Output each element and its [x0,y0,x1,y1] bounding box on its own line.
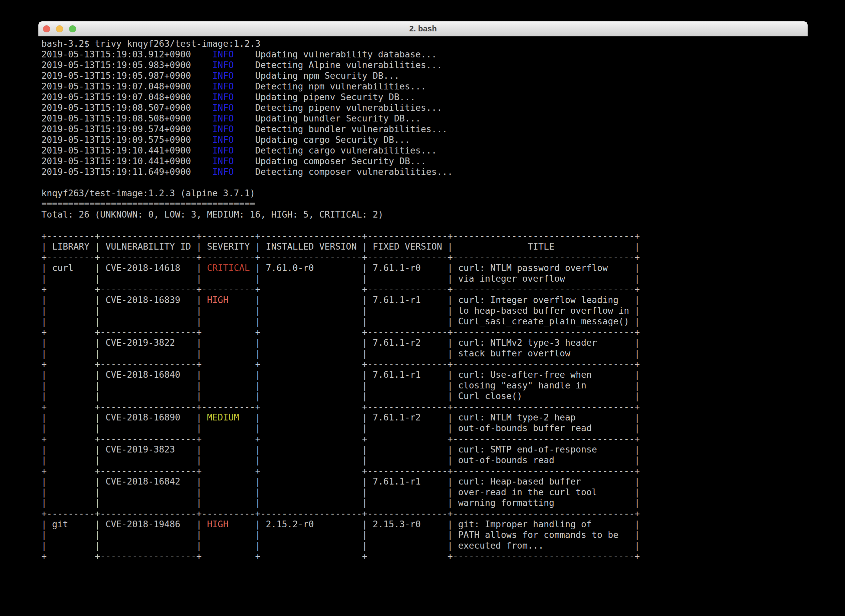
terminal-line: Total: 26 (UNKNOWN: 0, LOW: 3, MEDIUM: 1… [41,209,808,220]
terminal-text: + +------------------+----------+ +-----… [41,402,640,412]
terminal-text: 2019-05-13T15:19:09.574+0900 [41,124,212,134]
terminal-line: +---------+------------------+----------… [41,252,808,263]
terminal-text: | | | | | | PATH allows for commands to … [41,529,640,540]
critical-text: CRITICAL [207,263,249,273]
window-title: 2. bash [38,21,808,36]
terminal-text: Updating npm Security DB... [233,70,399,81]
terminal-text: +---------+------------------+----------… [41,508,640,519]
terminal-text: 2019-05-13T15:19:07.048+0900 [41,81,212,91]
terminal-text: Total: 26 (UNKNOWN: 0, LOW: 3, MEDIUM: 1… [41,209,383,220]
terminal-line: | | CVE-2019-3822 | | | 7.61.1-r2 | curl… [41,337,808,348]
terminal-line: | | | | | | over-read in the curl tool | [41,487,808,497]
terminal-text: 2019-05-13T15:19:07.048+0900 [41,92,212,102]
terminal-line: | | | | | | closing "easy" handle in | [41,380,808,391]
info-text: INFO [212,70,233,81]
terminal-line: 2019-05-13T15:19:11.649+0900 INFO Detect… [41,167,808,177]
terminal-line: | | CVE-2018-16890 | MEDIUM | | 7.61.1-r… [41,412,808,423]
terminal-line: knqyf263/test-image:1.2.3 (alpine 3.7.1) [41,188,808,198]
terminal-text: ======================================== [41,198,255,209]
title-bar[interactable]: 2. bash [38,21,808,37]
terminal-text: + +------------------+ + + +------------… [41,551,640,561]
terminal-line: 2019-05-13T15:19:05.983+0900 INFO Detect… [41,60,808,70]
terminal-text: | curl | CVE-2018-14618 | [41,263,207,273]
terminal-line: | | | | | | warning formatting | [41,497,808,508]
terminal-text: | | CVE-2018-16839 | [41,295,207,305]
terminal-line: | | | | | | Curl_sasl_create_plain_messa… [41,316,808,327]
terminal-line: | | | | | | Curl_close() | [41,391,808,402]
terminal-line: | | | | | | to heap-based buffer overflo… [41,305,808,316]
terminal-line: +---------+------------------+----------… [41,230,808,241]
terminal-line: 2019-05-13T15:19:10.441+0900 INFO Detect… [41,145,808,156]
terminal-line: + +------------------+ + +--------------… [41,327,808,337]
info-text: INFO [212,135,233,145]
terminal-text: 2019-05-13T15:19:03.912+0900 [41,49,212,59]
terminal-line: 2019-05-13T15:19:09.574+0900 INFO Detect… [41,124,808,135]
terminal-text: Updating pipenv Security DB... [233,92,415,102]
terminal-text: | | | | | | via integer overflow | [41,273,640,284]
terminal-line: | | | | | | stack buffer overflow | [41,348,808,359]
terminal-text: Detecting cargo vulnerabilities... [233,145,437,155]
terminal-line: | | | | | | via integer overflow | [41,273,808,284]
terminal-text: Detecting pipenv vulnerabilities... [233,103,442,113]
terminal-text: Updating cargo Security DB... [233,135,410,145]
terminal-line: + +------------------+----------+ +-----… [41,402,808,412]
terminal-line: 2019-05-13T15:19:03.912+0900 INFO Updati… [41,49,808,60]
terminal-line: 2019-05-13T15:19:08.507+0900 INFO Detect… [41,103,808,113]
terminal-output[interactable]: bash-3.2$ trivy knqyf263/test-image:1.2.… [38,37,808,562]
terminal-text: | | | | | | out-of-bounds buffer read | [41,423,640,433]
terminal-text: knqyf263/test-image:1.2.3 (alpine 3.7.1) [41,188,255,198]
terminal-line: 2019-05-13T15:19:07.048+0900 INFO Detect… [41,81,808,92]
info-text: INFO [212,113,233,123]
terminal-text: Updating bundler Security DB... [233,113,421,123]
terminal-text: | | | | | | closing "easy" handle in | [41,380,640,390]
info-text: INFO [212,81,233,91]
info-text: INFO [212,92,233,102]
terminal-text: | | 7.61.1-r2 | curl: NTLM type-2 heap | [239,412,640,422]
terminal-line: + +------------------+ + + +------------… [41,433,808,444]
info-text: INFO [212,60,233,70]
terminal-line: 2019-05-13T15:19:10.441+0900 INFO Updati… [41,156,808,167]
terminal-line: 2019-05-13T15:19:09.575+0900 INFO Updati… [41,135,808,145]
terminal-line: | | CVE-2018-16839 | HIGH | | 7.61.1-r1 … [41,295,808,305]
terminal-text: Updating vulnerability database... [233,49,437,59]
terminal-text: | | | | | | stack buffer overflow | [41,348,640,358]
terminal-text: | | 7.61.1-r1 | curl: Integer overflow l… [228,295,640,305]
desktop-background: 2. bash bash-3.2$ trivy knqyf263/test-im… [0,0,845,616]
terminal-line: | git | CVE-2018-19486 | HIGH | 2.15.2-r… [41,519,808,529]
high-text: HIGH [207,519,228,529]
terminal-text: | | | | | | Curl_sasl_create_plain_messa… [41,316,640,326]
terminal-text: | LIBRARY | VULNERABILITY ID | SEVERITY … [41,241,640,252]
terminal-text: | | | | | | over-read in the curl tool | [41,487,640,497]
terminal-line: | LIBRARY | VULNERABILITY ID | SEVERITY … [41,241,808,252]
terminal-text: bash-3.2$ trivy knqyf263/test-image:1.2.… [41,38,260,49]
terminal-text: | | CVE-2018-16842 | | | 7.61.1-r1 | cur… [41,476,640,487]
terminal-line: + +------------------+ + + +------------… [41,551,808,562]
terminal-text: | | CVE-2019-3823 | | | | curl: SMTP end… [41,444,640,455]
terminal-window: 2. bash bash-3.2$ trivy knqyf263/test-im… [38,21,808,604]
info-text: INFO [212,156,233,166]
terminal-text: 2019-05-13T15:19:10.441+0900 [41,145,212,155]
terminal-text: | | | | | | warning formatting | [41,497,640,508]
terminal-line: | | | | | | executed from... | [41,540,808,551]
terminal-line [41,177,808,188]
terminal-text: Updating composer Security DB... [233,156,426,166]
terminal-text: +---------+------------------+----------… [41,252,640,262]
terminal-line: ======================================== [41,198,808,209]
terminal-line: 2019-05-13T15:19:07.048+0900 INFO Updati… [41,92,808,103]
terminal-line: + +------------------+ + +--------------… [41,359,808,370]
terminal-text: | 7.61.0-r0 | 7.61.1-r0 | curl: NTLM pas… [249,263,640,273]
terminal-line: 2019-05-13T15:19:08.508+0900 INFO Updati… [41,113,808,124]
terminal-text: Detecting bundler vulnerabilities... [233,124,447,134]
terminal-text: 2019-05-13T15:19:05.987+0900 [41,70,212,81]
terminal-line: + +------------------+ + +--------------… [41,465,808,476]
terminal-text: 2019-05-13T15:19:05.983+0900 [41,60,212,70]
terminal-text: + +------------------+ + +--------------… [41,327,640,337]
info-text: INFO [212,145,233,155]
info-text: INFO [212,124,233,134]
terminal-line [41,220,808,230]
medium-text: MEDIUM [207,412,239,422]
terminal-text: | | CVE-2018-16840 | | | 7.61.1-r1 | cur… [41,370,640,380]
terminal-text: + +------------------+----------+ +-----… [41,284,640,294]
info-text: INFO [212,103,233,113]
terminal-line: | | CVE-2019-3823 | | | | curl: SMTP end… [41,444,808,455]
